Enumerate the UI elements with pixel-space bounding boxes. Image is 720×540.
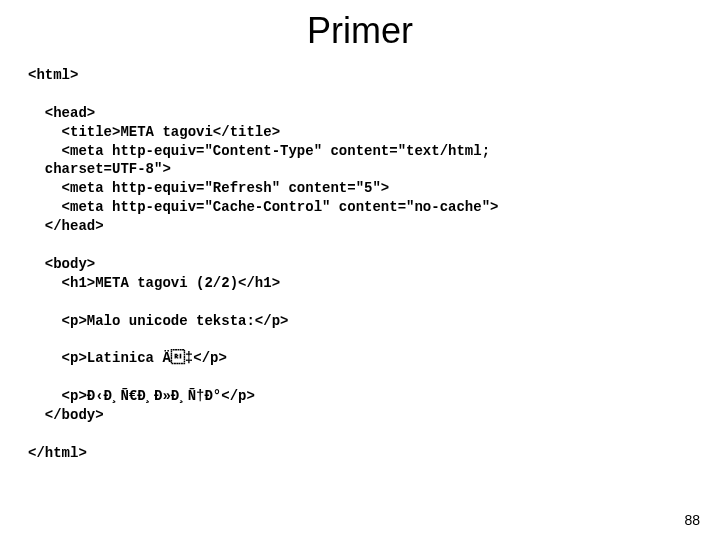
code-line: </html> [28,445,87,461]
code-line: <meta http-equiv="Refresh" content="5"> [28,180,389,196]
code-line: charset=UTF-8"> [28,161,171,177]
slide-title: Primer [0,0,720,52]
code-line: <p>Latinica Ä‡</p> [28,350,227,366]
code-line: <meta http-equiv="Content-Type" content=… [28,143,490,159]
code-line: <html> [28,67,78,83]
code-line: <p>Malo unicode teksta:</p> [28,313,288,329]
code-line: <p>Đ‹Đ¸Ñ€Đ¸Đ»Đ¸Ñ†Đ°</p> [28,388,255,404]
page-number: 88 [684,512,700,528]
code-line: <title>META tagovi</title> [28,124,280,140]
code-line: <h1>META tagovi (2/2)</h1> [28,275,280,291]
code-block: <html> <head> <title>META tagovi</title>… [0,52,720,463]
code-line: </head> [28,218,104,234]
code-line: <body> [28,256,95,272]
code-line: </body> [28,407,104,423]
code-line: <meta http-equiv="Cache-Control" content… [28,199,498,215]
code-line: <head> [28,105,95,121]
